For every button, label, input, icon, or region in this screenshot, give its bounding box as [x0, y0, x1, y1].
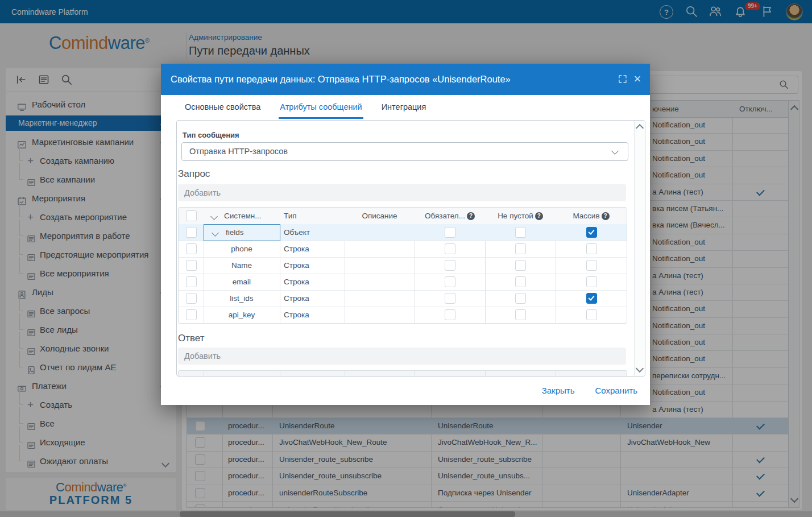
select-all-checkbox[interactable]: [186, 210, 197, 221]
row-checkbox[interactable]: [186, 227, 197, 238]
row-checkbox[interactable]: [186, 309, 197, 320]
maximize-icon[interactable]: [618, 75, 627, 84]
request-add-field[interactable]: Добавить: [178, 184, 626, 201]
row-checkbox[interactable]: [186, 276, 197, 287]
dialog-scroll-area: Тип сообщения Отправка HTTP-запросов Зап…: [176, 120, 645, 377]
not-empty-checkbox[interactable]: [515, 243, 526, 254]
required-checkbox[interactable]: [445, 227, 455, 238]
column-header-type[interactable]: Тип: [284, 208, 297, 224]
not-empty-checkbox[interactable]: [515, 276, 526, 287]
close-button[interactable]: Закрыть: [542, 386, 575, 395]
attribute-row-list-ids[interactable]: list_ids Строка: [179, 290, 627, 307]
column-header-description[interactable]: Описание: [345, 208, 415, 224]
tab-main-properties[interactable]: Основные свойства: [184, 96, 262, 119]
dialog-header: Свойства пути передачи данных: Отправка …: [161, 64, 650, 95]
chevron-down-icon[interactable]: [210, 213, 218, 220]
message-type-label: Тип сообщения: [183, 131, 239, 139]
scroll-up-icon[interactable]: [636, 124, 644, 132]
help-icon[interactable]: ?: [467, 212, 475, 220]
column-header-system-name[interactable]: Системн...: [224, 208, 262, 224]
required-checkbox[interactable]: [445, 309, 455, 320]
array-checkbox[interactable]: [586, 243, 597, 254]
request-attributes-table: Системн... Тип Описание Обязател...? Не …: [178, 207, 627, 324]
help-icon[interactable]: ?: [602, 212, 610, 220]
dialog-scrollbar[interactable]: [634, 121, 645, 376]
save-button[interactable]: Сохранить: [595, 386, 637, 395]
request-section-heading: Запрос: [178, 168, 210, 180]
array-checkbox[interactable]: [586, 276, 597, 287]
scroll-down-icon[interactable]: [636, 365, 644, 373]
screen: Comindware Platform ? 99+ Comindware® Ад…: [0, 0, 812, 517]
attribute-row-name[interactable]: Name Строка: [179, 257, 627, 274]
dialog-footer: Закрыть Сохранить: [161, 375, 650, 405]
array-checkbox[interactable]: [586, 293, 597, 304]
tab-integration[interactable]: Интеграция: [380, 96, 428, 119]
route-properties-dialog: Свойства пути передачи данных: Отправка …: [161, 64, 650, 405]
dialog-title: Свойства пути передачи данных: Отправка …: [171, 74, 511, 85]
array-checkbox[interactable]: [586, 260, 597, 271]
help-icon[interactable]: ?: [535, 212, 543, 220]
not-empty-checkbox[interactable]: [515, 260, 526, 271]
tab-message-attributes[interactable]: Атрибуты сообщений: [279, 96, 363, 119]
array-checkbox[interactable]: [586, 309, 597, 320]
column-header-not-empty[interactable]: Не пустой?: [485, 208, 556, 224]
array-checkbox[interactable]: [586, 227, 597, 238]
attributes-table-header: Системн... Тип Описание Обязател...? Не …: [179, 208, 627, 225]
chevron-down-icon: [611, 147, 619, 155]
response-add-field[interactable]: Добавить: [178, 348, 626, 365]
attribute-row-phone[interactable]: phone Строка: [179, 241, 627, 258]
attribute-row-email[interactable]: email Строка: [179, 274, 627, 291]
column-header-array[interactable]: Массив?: [556, 208, 627, 224]
required-checkbox[interactable]: [445, 243, 455, 254]
required-checkbox[interactable]: [445, 260, 455, 271]
dialog-tabs: Основные свойства Атрибуты сообщений Инт…: [184, 95, 427, 120]
attribute-row-api-key[interactable]: api_key Строка: [179, 307, 627, 323]
not-empty-checkbox[interactable]: [515, 227, 526, 238]
row-checkbox[interactable]: [186, 243, 197, 254]
row-checkbox[interactable]: [186, 260, 197, 271]
response-section-heading: Ответ: [178, 333, 205, 344]
required-checkbox[interactable]: [445, 276, 455, 287]
column-header-required[interactable]: Обязател...?: [415, 208, 485, 224]
row-checkbox[interactable]: [186, 293, 197, 304]
not-empty-checkbox[interactable]: [515, 309, 526, 320]
not-empty-checkbox[interactable]: [515, 293, 526, 304]
attribute-row-fields[interactable]: fields Объект: [179, 224, 627, 241]
message-type-select[interactable]: Отправка HTTP-запросов: [181, 142, 628, 161]
required-checkbox[interactable]: [445, 293, 455, 304]
close-icon[interactable]: ×: [632, 71, 643, 87]
